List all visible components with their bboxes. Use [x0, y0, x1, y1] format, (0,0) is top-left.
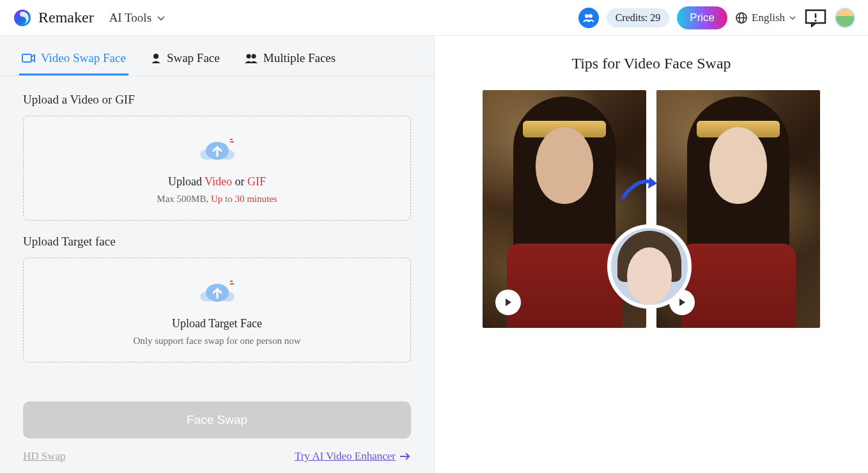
- person-icon: [150, 52, 162, 64]
- upload-face-subtext: Only support face swap for one person no…: [36, 336, 398, 346]
- tab-multiple-faces[interactable]: Multiple Faces: [242, 47, 338, 75]
- tab-video-swap-face[interactable]: Video Swap Face: [19, 47, 128, 75]
- tab-label: Video Swap Face: [41, 51, 126, 65]
- header-left: Remaker AI Tools: [13, 8, 166, 27]
- community-icon[interactable]: [578, 8, 599, 28]
- upload-face-text: Upload Target Face: [36, 317, 398, 330]
- logo[interactable]: Remaker: [13, 8, 94, 27]
- globe-icon: [735, 12, 748, 24]
- play-icon: [495, 290, 521, 315]
- actions: Face Swap HD Swap Try AI Video Enhancer: [0, 392, 434, 473]
- language-selector[interactable]: English: [735, 12, 796, 24]
- people-icon: [244, 52, 258, 64]
- tabs: Video Swap Face Swap Face Multiple Faces: [0, 36, 434, 76]
- upload-video-dropzone[interactable]: Upload Video or GIF Max 500MB, Up to 30 …: [23, 116, 411, 221]
- price-button[interactable]: Price: [677, 6, 727, 29]
- upload-video-text: Upload Video or GIF: [36, 175, 398, 189]
- language-label: English: [752, 12, 785, 24]
- upload-video-title: Upload a Video or GIF: [23, 93, 411, 107]
- arrow-right-icon: [619, 173, 662, 205]
- svg-point-11: [246, 54, 251, 59]
- avatar[interactable]: [835, 8, 855, 28]
- upload-video-subtext: Max 500MB, Up to 30 minutes: [36, 194, 398, 205]
- arrow-right-icon: [399, 452, 411, 461]
- left-panel: Video Swap Face Swap Face Multiple Faces…: [0, 36, 435, 473]
- ai-tools-dropdown[interactable]: AI Tools: [109, 11, 166, 25]
- upload-container: Upload a Video or GIF Upload Video or GI…: [0, 76, 434, 392]
- tab-swap-face[interactable]: Swap Face: [148, 47, 222, 75]
- logo-icon: [13, 8, 32, 27]
- tips-images: [460, 90, 842, 328]
- svg-point-2: [589, 14, 593, 18]
- face-swap-button[interactable]: Face Swap: [23, 401, 411, 438]
- tab-label: Swap Face: [167, 51, 220, 65]
- credits-display[interactable]: Credits: 29: [607, 8, 670, 27]
- cloud-upload-icon: [198, 133, 236, 164]
- header: Remaker AI Tools Credits: 29 Price Engli…: [0, 0, 868, 36]
- svg-point-1: [585, 14, 589, 18]
- bottom-links: HD Swap Try AI Video Enhancer: [23, 450, 411, 463]
- chevron-down-icon: [789, 14, 796, 22]
- main: Video Swap Face Swap Face Multiple Faces…: [0, 36, 868, 473]
- enhancer-link[interactable]: Try AI Video Enhancer: [295, 450, 411, 463]
- svg-point-8: [814, 19, 816, 21]
- target-face-thumbnail: [607, 224, 692, 309]
- video-icon: [22, 52, 36, 64]
- tips-title: Tips for Video Face Swap: [460, 55, 842, 72]
- upload-face-dropzone[interactable]: Upload Target Face Only support face swa…: [23, 258, 411, 362]
- right-panel: Tips for Video Face Swap: [435, 36, 868, 473]
- upload-face-title: Upload Target face: [23, 235, 411, 249]
- chevron-down-icon: [157, 13, 166, 22]
- svg-point-12: [251, 54, 256, 59]
- header-right: Credits: 29 Price English: [578, 6, 855, 29]
- hd-swap-link[interactable]: HD Swap: [23, 450, 66, 463]
- tab-label: Multiple Faces: [263, 51, 336, 65]
- logo-text: Remaker: [38, 9, 94, 26]
- cloud-upload-icon: [198, 275, 236, 306]
- ai-tools-label: AI Tools: [109, 11, 151, 25]
- enhancer-label: Try AI Video Enhancer: [295, 450, 396, 463]
- feedback-icon[interactable]: [804, 8, 827, 27]
- svg-point-10: [153, 54, 159, 59]
- svg-rect-9: [22, 54, 31, 62]
